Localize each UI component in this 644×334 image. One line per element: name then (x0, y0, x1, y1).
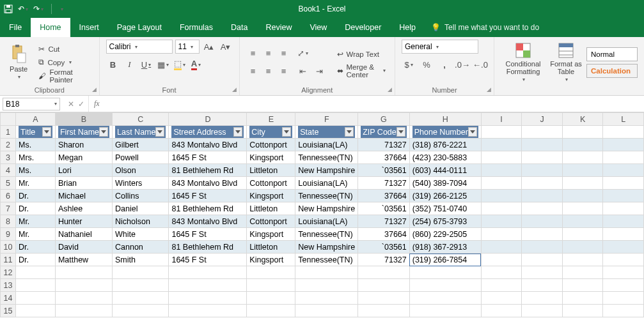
cell[interactable]: Littleton (247, 202, 295, 215)
font-color-button[interactable]: A▾ (189, 57, 203, 72)
cell[interactable] (113, 292, 169, 305)
fx-icon[interactable]: fx (89, 99, 105, 109)
table-header-cell[interactable]: City (247, 126, 295, 139)
col-header-A[interactable]: A (15, 113, 55, 126)
tab-help[interactable]: Help (390, 18, 425, 37)
cell[interactable] (522, 305, 563, 317)
cell[interactable]: Olson (113, 164, 169, 177)
cell[interactable]: Brian (55, 177, 112, 190)
cell[interactable]: Louisiana(LA) (295, 139, 358, 151)
cell[interactable] (113, 305, 169, 317)
cell[interactable] (562, 151, 603, 164)
accounting-icon[interactable]: $▾ (402, 57, 416, 72)
tab-formulas[interactable]: Formulas (171, 18, 222, 37)
cell[interactable]: 843 Montalvo Blvd (169, 215, 247, 228)
cell[interactable]: 1645 F St (169, 151, 247, 164)
cell[interactable]: Lori (55, 164, 112, 177)
cell[interactable]: (319) 266-7854 (409, 254, 481, 266)
qat-customize-icon[interactable]: ▾ (59, 6, 63, 12)
cell[interactable]: 1645 F St (169, 228, 247, 241)
cell[interactable] (522, 228, 563, 241)
cell[interactable] (55, 279, 112, 292)
cell[interactable]: (603) 444-0111 (409, 164, 481, 177)
cell[interactable] (247, 266, 295, 279)
cell[interactable] (481, 254, 522, 266)
style-normal[interactable]: Normal (586, 47, 638, 61)
cell[interactable] (603, 228, 644, 241)
cell[interactable]: Hunter (55, 215, 112, 228)
font-name-combo[interactable]: Calibri▾ (106, 40, 173, 54)
align-top-icon[interactable]: ≡ (246, 47, 260, 61)
cell[interactable] (409, 266, 481, 279)
cell[interactable]: Daniel (113, 202, 169, 215)
cell[interactable] (603, 164, 644, 177)
comma-icon[interactable]: , (437, 57, 452, 72)
cell[interactable] (603, 151, 644, 164)
cell[interactable] (15, 279, 55, 292)
cell[interactable] (522, 139, 563, 151)
format-painter-button[interactable]: 🖌Format Painter (36, 70, 92, 82)
row-header-10[interactable]: 10 (1, 241, 16, 254)
cell[interactable] (562, 215, 603, 228)
cell[interactable]: Cottonport (247, 139, 295, 151)
cell[interactable]: Dr. (15, 241, 55, 254)
filter-icon[interactable] (99, 127, 108, 137)
cell[interactable] (603, 126, 644, 139)
tab-developer[interactable]: Developer (336, 18, 390, 37)
row-header-4[interactable]: 4 (1, 164, 16, 177)
cell[interactable]: Mr. (15, 228, 55, 241)
cell[interactable]: (319) 266-2125 (409, 190, 481, 202)
cell[interactable]: Tennessee(TN) (295, 228, 358, 241)
cell[interactable] (603, 292, 644, 305)
cell[interactable]: David (55, 241, 112, 254)
cell[interactable] (481, 164, 522, 177)
cell[interactable] (522, 266, 563, 279)
row-header-1[interactable]: 1 (1, 126, 16, 139)
cell[interactable]: Mr. (15, 215, 55, 228)
increase-indent-icon[interactable]: ⇥ (313, 65, 327, 79)
tab-view[interactable]: View (301, 18, 336, 37)
cell[interactable] (562, 164, 603, 177)
table-header-cell[interactable]: Title (15, 126, 55, 139)
redo-icon[interactable]: ↷▾ (33, 4, 43, 13)
bold-button[interactable]: B (106, 57, 120, 72)
cell[interactable] (15, 305, 55, 317)
style-calculation[interactable]: Calculation (586, 64, 638, 78)
cell[interactable] (603, 266, 644, 279)
formula-input[interactable] (105, 98, 644, 110)
wrap-text-button[interactable]: ↩Wrap Text (334, 48, 389, 61)
table-header-cell[interactable]: Phone Number (409, 126, 481, 139)
cell[interactable]: (860) 229-2505 (409, 228, 481, 241)
row-header-11[interactable]: 11 (1, 254, 16, 266)
paste-button[interactable]: Paste ▾ (6, 42, 31, 83)
undo-icon[interactable]: ↶▾ (18, 4, 28, 13)
col-header-K[interactable]: K (562, 113, 603, 126)
orientation-icon[interactable]: ⤢▾ (296, 47, 310, 61)
cell[interactable] (522, 190, 563, 202)
cell[interactable] (562, 241, 603, 254)
cell[interactable] (481, 279, 522, 292)
cell[interactable]: 843 Montalvo Blvd (169, 177, 247, 190)
cell[interactable] (247, 305, 295, 317)
cell[interactable] (603, 202, 644, 215)
increase-font-icon[interactable]: A▴ (202, 40, 216, 54)
cell[interactable] (562, 228, 603, 241)
cell[interactable]: Cottonport (247, 215, 295, 228)
cell[interactable]: Kingsport (247, 228, 295, 241)
cell[interactable] (113, 279, 169, 292)
row-header-8[interactable]: 8 (1, 215, 16, 228)
filter-icon[interactable] (42, 127, 51, 137)
percent-icon[interactable]: % (420, 57, 434, 72)
tab-file[interactable]: File (0, 18, 31, 37)
cell[interactable]: Ashlee (55, 202, 112, 215)
cell[interactable] (247, 279, 295, 292)
dialog-launcher-icon[interactable]: ◢ (388, 86, 392, 93)
cell[interactable] (522, 177, 563, 190)
cell[interactable]: Winters (113, 177, 169, 190)
col-header-C[interactable]: C (113, 113, 169, 126)
merge-center-button[interactable]: ⬌Merge & Center▾ (334, 65, 389, 77)
col-header-G[interactable]: G (358, 113, 410, 126)
cell[interactable] (562, 177, 603, 190)
cell[interactable] (55, 305, 112, 317)
cell[interactable] (562, 305, 603, 317)
